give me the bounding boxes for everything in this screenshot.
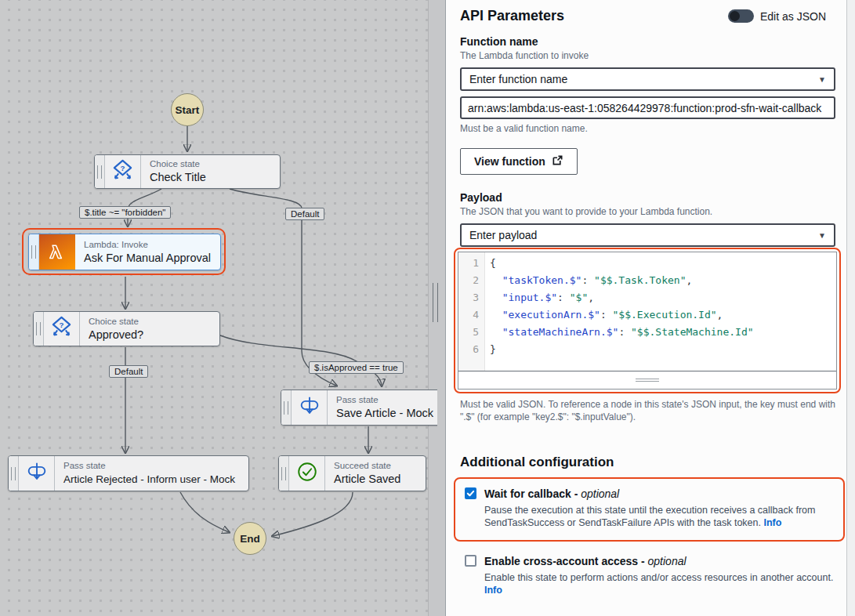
editor-code[interactable]: { "taskToken.$": "$$.Task.Token", "input… (485, 252, 836, 371)
code-line[interactable]: "executionArn.$": "$$.Execution.Id", (490, 306, 836, 324)
svg-text:?: ? (121, 163, 125, 172)
state-type: Choice state (89, 316, 211, 328)
pass-state-icon (25, 460, 49, 487)
drag-handle[interactable] (281, 390, 292, 425)
wait-for-callback-highlight: Wait for callback - optional Pause the e… (454, 477, 845, 542)
start-node: Start (171, 93, 204, 126)
svg-text:?: ? (60, 321, 64, 329)
state-name: Approved? (89, 328, 211, 342)
drag-handle[interactable] (29, 234, 39, 270)
payload-select-value: Enter payload (469, 229, 537, 241)
code-line[interactable]: { (490, 255, 836, 272)
state-node-article-rejected[interactable]: Pass state Article Rejected - Inform use… (8, 455, 249, 491)
additional-configuration-heading: Additional configuration (460, 455, 835, 470)
function-name-select-value: Enter function name (469, 73, 567, 85)
end-node: End (234, 522, 266, 555)
line-number: 4 (458, 306, 479, 324)
line-number: 5 (458, 324, 479, 341)
payload-json-editor[interactable]: 123456 { "taskToken.$": "$$.Task.Token",… (458, 252, 837, 390)
cross-account-checkbox[interactable] (465, 555, 476, 567)
state-name: Check Title (150, 170, 271, 185)
editor-footer (458, 371, 836, 389)
state-node-check-title[interactable]: ? Choice state Check Title (94, 154, 281, 189)
wait-for-callback-checkbox[interactable] (465, 487, 476, 499)
function-arn-input[interactable]: arn:aws:lambda:us-east-1:058264429978:fu… (460, 96, 835, 119)
line-number: 6 (458, 341, 479, 358)
edge-label-is-approved: $.isApproved == true (309, 361, 404, 374)
view-function-button[interactable]: View function (460, 148, 578, 175)
editor-resize-handle[interactable] (636, 376, 659, 384)
payload-select[interactable]: Enter payload ▼ (460, 223, 835, 247)
edge-label-default: Default (109, 365, 148, 378)
pass-state-icon (298, 394, 321, 421)
state-name: Article Rejected - Inform user - Mock (63, 472, 240, 487)
chevron-down-icon: ▼ (818, 75, 826, 84)
choice-state-icon: ? (110, 158, 135, 186)
code-line[interactable]: "stateMachineArn.$": "$$.StateMachine.Id… (490, 324, 836, 341)
function-name-hint: Must be a valid function name. (460, 123, 835, 134)
function-name-label: Function name (460, 35, 835, 48)
external-link-icon (552, 154, 563, 168)
workflow-canvas[interactable]: Start End ? Choice state Check Title (0, 0, 453, 616)
line-number: 1 (458, 255, 479, 272)
payload-hint: Must be valid JSON. To reference a node … (460, 398, 835, 423)
line-number: 3 (458, 289, 479, 306)
cross-account-description: Enable this state to perform actions and… (484, 572, 833, 583)
choice-state-icon: ? (49, 315, 74, 342)
state-type: Lambda: Invoke (84, 239, 212, 251)
wait-for-callback-label: Wait for callback - (484, 487, 581, 500)
state-name: Article Saved (334, 472, 417, 487)
function-name-select[interactable]: Enter function name ▼ (460, 67, 835, 91)
optional-tag: optional (581, 487, 619, 500)
workflow-connectors (0, 0, 453, 616)
edit-as-json-label: Edit as JSON (760, 10, 826, 23)
panel-resize-handle[interactable] (433, 283, 438, 322)
payload-label: Payload (460, 191, 835, 204)
state-node-article-saved[interactable]: Succeed state Article Saved (278, 455, 426, 491)
drag-handle[interactable] (279, 456, 289, 491)
view-function-label: View function (474, 155, 545, 168)
edge-label-title-forbidden: $.title ~= "forbidden" (79, 206, 171, 219)
state-node-save-article[interactable]: Pass state Save Article - Mock (281, 390, 437, 426)
drag-handle[interactable] (34, 312, 44, 346)
lambda-service-icon (39, 234, 75, 270)
code-line[interactable]: "input.$": "$", (490, 289, 836, 306)
toggle-knob (730, 11, 740, 21)
api-parameters-panel: API Parameters Edit as JSON Function nam… (445, 0, 855, 616)
edit-as-json-toggle[interactable] (728, 9, 754, 23)
wait-for-callback-info-link[interactable]: Info (763, 517, 781, 528)
state-type: Pass state (63, 460, 240, 472)
edge-label-default: Default (285, 208, 324, 220)
state-name: Save Article - Mock (336, 406, 437, 421)
payload-editor-highlight: 123456 { "taskToken.$": "$$.Task.Token",… (454, 248, 841, 393)
code-line[interactable]: } (490, 341, 836, 358)
code-line[interactable]: "taskToken.$": "$$.Task.Token", (490, 272, 836, 289)
state-type: Pass state (336, 394, 437, 406)
selected-state-highlight: Lambda: Invoke Ask For Manual Approval (22, 228, 226, 275)
state-type: Succeed state (334, 460, 417, 472)
optional-tag: optional (648, 555, 687, 567)
cross-account-label: Enable cross-account access - (484, 555, 648, 567)
payload-description: The JSON that you want to provide to you… (460, 206, 835, 217)
check-icon (466, 489, 475, 498)
panel-title: API Parameters (460, 8, 564, 24)
line-number: 2 (458, 272, 479, 289)
state-type: Choice state (150, 158, 271, 170)
function-name-description: The Lambda function to invoke (460, 50, 835, 61)
drag-handle[interactable] (95, 155, 105, 188)
editor-gutter: 123456 (458, 252, 485, 371)
cross-account-info-link[interactable]: Info (484, 585, 502, 596)
chevron-down-icon: ▼ (818, 231, 826, 240)
state-node-ask-for-manual-approval[interactable]: Lambda: Invoke Ask For Manual Approval (28, 234, 221, 270)
succeed-state-icon (295, 460, 319, 487)
state-name: Ask For Manual Approval (84, 251, 212, 266)
panel-scrollbar[interactable] (846, 0, 855, 616)
state-node-approved[interactable]: ? Choice state Approved? (33, 311, 220, 346)
drag-handle[interactable] (9, 456, 19, 491)
